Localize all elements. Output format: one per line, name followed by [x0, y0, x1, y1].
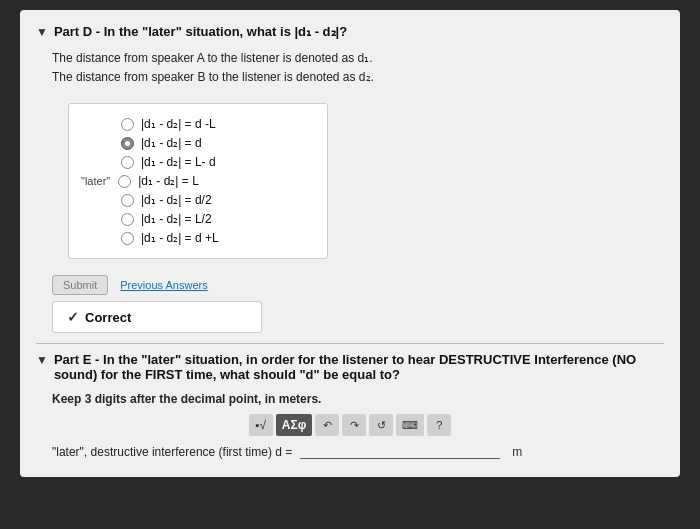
- actions-row: Submit Previous Answers: [52, 275, 664, 295]
- part-e-section: ▼ Part E - In the "later" situation, in …: [36, 352, 664, 459]
- redo-button[interactable]: ↷: [342, 414, 366, 436]
- correct-label: Correct: [85, 310, 131, 325]
- help-button[interactable]: ?: [427, 414, 451, 436]
- main-card: ▼ Part D - In the "later" situation, wha…: [20, 10, 680, 477]
- unit-label: m: [512, 445, 522, 459]
- checkmark-icon: ✓: [67, 309, 79, 325]
- part-e-collapse-arrow-icon[interactable]: ▼: [36, 353, 48, 367]
- collapse-arrow-icon[interactable]: ▼: [36, 25, 48, 39]
- options-area: |d₁ - d₂| = d -L|d₁ - d₂| = d|d₁ - d₂| =…: [52, 95, 664, 267]
- keep-digits-note: Keep 3 digits after the decimal point, i…: [52, 392, 664, 406]
- option-radio[interactable]: [121, 156, 134, 169]
- note-block: The distance from speaker A to the liste…: [52, 49, 664, 87]
- part-e-header: ▼ Part E - In the "later" situation, in …: [36, 352, 664, 382]
- note-line2: The distance from speaker B to the liste…: [52, 68, 664, 87]
- option-label: |d₁ - d₂| = d/2: [141, 193, 212, 207]
- option-label: |d₁ - d₂| = d +L: [141, 231, 219, 245]
- option-label: |d₁ - d₂| = d -L: [141, 117, 216, 131]
- section-divider: [36, 343, 664, 344]
- matrix-button[interactable]: ▪ √: [249, 414, 273, 436]
- part-e-title: Part E - In the "later" situation, in or…: [54, 352, 664, 382]
- note-line1: The distance from speaker A to the liste…: [52, 49, 664, 68]
- refresh-button[interactable]: ↺: [369, 414, 393, 436]
- option-label: |d₁ - d₂| = d: [141, 136, 202, 150]
- option-row[interactable]: |d₁ - d₂| = d +L: [81, 231, 315, 245]
- correct-banner: ✓ Correct: [52, 301, 262, 333]
- answer-input[interactable]: [300, 444, 500, 459]
- option-label: |d₁ - d₂| = L: [138, 174, 199, 188]
- submit-button[interactable]: Submit: [52, 275, 108, 295]
- option-label: |d₁ - d₂| = L- d: [141, 155, 216, 169]
- option-radio[interactable]: [121, 118, 134, 131]
- options-box: |d₁ - d₂| = d -L|d₁ - d₂| = d|d₁ - d₂| =…: [68, 103, 328, 259]
- part-d-title: Part D - In the "later" situation, what …: [54, 24, 347, 39]
- option-row[interactable]: "later"|d₁ - d₂| = L: [81, 174, 315, 188]
- part-d-header: ▼ Part D - In the "later" situation, wha…: [36, 24, 664, 39]
- option-radio[interactable]: [121, 194, 134, 207]
- answer-row: "later", destructive interference (first…: [52, 444, 664, 459]
- option-radio[interactable]: [121, 232, 134, 245]
- option-row[interactable]: |d₁ - d₂| = d/2: [81, 193, 315, 207]
- answer-label: "later", destructive interference (first…: [52, 445, 292, 459]
- sqrt-icon: √: [259, 418, 266, 432]
- option-label: |d₁ - d₂| = L/2: [141, 212, 212, 226]
- undo-button[interactable]: ↶: [315, 414, 339, 436]
- option-row[interactable]: |d₁ - d₂| = d: [81, 136, 315, 150]
- option-row[interactable]: |d₁ - d₂| = d -L: [81, 117, 315, 131]
- sigma-button[interactable]: AΣφ: [276, 414, 312, 436]
- keyboard-button[interactable]: ⌨: [396, 414, 424, 436]
- option-row[interactable]: |d₁ - d₂| = L/2: [81, 212, 315, 226]
- option-radio[interactable]: [121, 213, 134, 226]
- option-row[interactable]: |d₁ - d₂| = L- d: [81, 155, 315, 169]
- later-label: "later": [81, 175, 110, 187]
- math-toolbar: ▪ √ AΣφ ↶ ↷ ↺ ⌨ ?: [36, 414, 664, 436]
- option-radio[interactable]: [118, 175, 131, 188]
- previous-answers-link[interactable]: Previous Answers: [120, 279, 207, 291]
- option-radio[interactable]: [121, 137, 134, 150]
